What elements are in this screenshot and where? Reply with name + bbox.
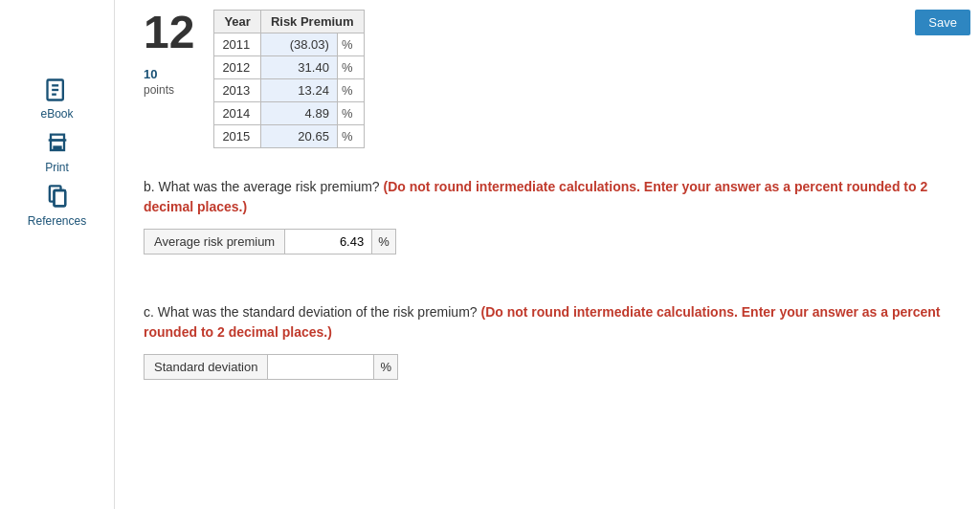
pct-cell: % bbox=[337, 102, 364, 125]
std-dev-pct: % bbox=[373, 355, 397, 379]
section-c-question: c. What was the standard deviation of th… bbox=[144, 302, 951, 343]
pct-cell: % bbox=[337, 33, 364, 56]
table-row: 2013 13.24 % bbox=[214, 79, 364, 102]
avg-risk-label: Average risk premium bbox=[145, 230, 285, 254]
risk-premium-table: Year Risk Premium 2011 (38.03) % 2012 31… bbox=[213, 10, 364, 148]
points-label: points bbox=[144, 83, 174, 97]
section-c-answer-row: Standard deviation % bbox=[144, 354, 398, 380]
main-content: 12 10 points Year Risk Premium 2011 (38.… bbox=[115, 0, 980, 509]
top-section: 12 10 points Year Risk Premium 2011 (38.… bbox=[144, 10, 951, 148]
ebook-icon bbox=[44, 77, 71, 103]
avg-risk-pct: % bbox=[371, 230, 395, 254]
section-b-prefix: b. What was the average risk premium? bbox=[144, 179, 380, 194]
references-label: References bbox=[28, 214, 86, 228]
std-dev-label: Standard deviation bbox=[145, 355, 268, 379]
page-container: Save eBook Print bbox=[0, 0, 980, 509]
year-cell: 2015 bbox=[214, 125, 260, 148]
section-c-prefix: c. What was the standard deviation of th… bbox=[144, 304, 478, 320]
pct-cell: % bbox=[337, 125, 364, 148]
question-number: 12 bbox=[144, 10, 194, 55]
table-row: 2011 (38.03) % bbox=[214, 33, 364, 56]
svg-rect-5 bbox=[53, 145, 61, 150]
section-b-question: b. What was the average risk premium? (D… bbox=[144, 177, 951, 217]
left-info: 12 10 points bbox=[144, 10, 194, 148]
sidebar-item-references[interactable]: References bbox=[28, 184, 86, 228]
section-b: b. What was the average risk premium? (D… bbox=[144, 177, 951, 254]
sidebar: eBook Print References bbox=[0, 0, 115, 509]
col-risk-header: Risk Premium bbox=[260, 11, 364, 33]
references-icon bbox=[44, 184, 71, 210]
ebook-label: eBook bbox=[40, 107, 73, 121]
print-label: Print bbox=[45, 161, 69, 174]
std-dev-input[interactable] bbox=[268, 355, 373, 379]
pct-cell: % bbox=[337, 56, 364, 79]
col-year-header: Year bbox=[214, 11, 260, 33]
points-value: 10 bbox=[144, 67, 157, 81]
table-row: 2012 31.40 % bbox=[214, 56, 364, 79]
value-cell: 4.89 bbox=[260, 102, 337, 125]
value-cell: 13.24 bbox=[260, 79, 337, 102]
svg-rect-8 bbox=[54, 190, 65, 206]
table-row: 2015 20.65 % bbox=[214, 125, 364, 148]
section-c: c. What was the standard deviation of th… bbox=[144, 302, 951, 380]
pct-cell: % bbox=[337, 79, 364, 102]
table-row: 2014 4.89 % bbox=[214, 102, 364, 125]
avg-risk-input[interactable] bbox=[285, 230, 371, 254]
section-b-answer-row: Average risk premium % bbox=[144, 229, 396, 254]
year-cell: 2012 bbox=[214, 56, 260, 79]
value-cell: 31.40 bbox=[260, 56, 337, 79]
year-cell: 2014 bbox=[214, 102, 260, 125]
year-cell: 2011 bbox=[214, 33, 260, 56]
value-cell: 20.65 bbox=[260, 125, 337, 148]
sidebar-item-ebook[interactable]: eBook bbox=[40, 77, 73, 121]
sidebar-item-print[interactable]: Print bbox=[44, 130, 71, 174]
value-cell: (38.03) bbox=[260, 33, 337, 56]
print-icon bbox=[44, 130, 71, 157]
year-cell: 2013 bbox=[214, 79, 260, 102]
